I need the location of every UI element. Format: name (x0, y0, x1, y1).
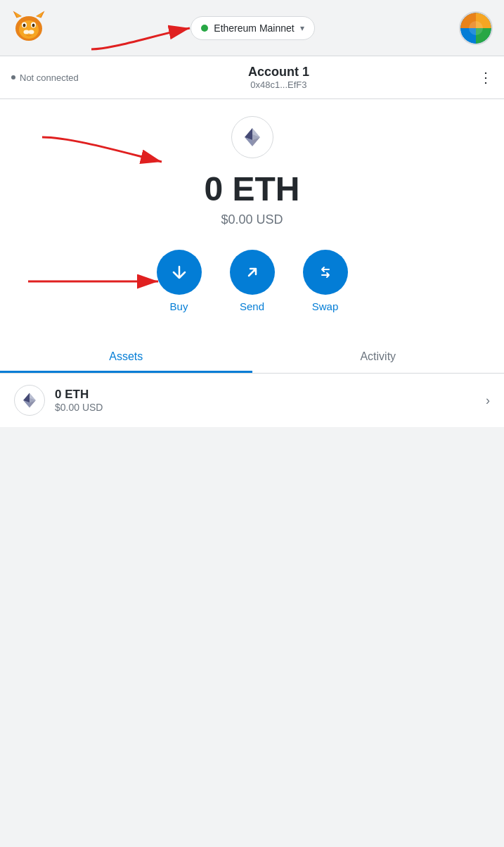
svg-point-14 (469, 21, 483, 35)
eth-balance: 0 ETH (204, 170, 299, 208)
asset-chevron-icon: › (486, 393, 490, 408)
swap-button[interactable] (303, 250, 348, 295)
send-label: Send (240, 300, 264, 312)
send-button[interactable] (230, 250, 275, 295)
tab-assets[interactable]: Assets (0, 340, 252, 373)
not-connected-status: Not connected (11, 72, 79, 83)
asset-eth-icon (14, 385, 45, 416)
buy-label: Buy (170, 300, 188, 312)
asset-list: 0 ETH $0.00 USD › (0, 374, 504, 428)
main-content: 0 ETH $0.00 USD Buy Send (0, 99, 504, 428)
not-connected-dot (11, 75, 15, 79)
network-name-label: Ethereum Mainnet (214, 23, 294, 34)
buy-button-wrap[interactable]: Buy (157, 250, 202, 312)
account-address: 0x48c1...EfF3 (248, 79, 309, 90)
svg-point-11 (24, 30, 30, 34)
asset-item-eth[interactable]: 0 ETH $0.00 USD › (0, 374, 504, 428)
buy-button[interactable] (157, 250, 202, 295)
asset-eth-usd: $0.00 USD (55, 402, 486, 413)
header: Ethereum Mainnet ▾ (0, 0, 504, 56)
account-bar: Not connected Account 1 0x48c1...EfF3 ⋮ (0, 56, 504, 99)
swap-label: Swap (312, 300, 339, 312)
tabs: Assets Activity (0, 340, 504, 374)
more-options-button[interactable]: ⋮ (479, 69, 493, 86)
svg-point-8 (23, 23, 26, 27)
account-avatar[interactable] (459, 11, 493, 45)
action-buttons: Buy Send Swap (157, 250, 348, 312)
usd-balance: $0.00 USD (221, 212, 283, 227)
account-name: Account 1 (248, 65, 309, 79)
chevron-down-icon: ▾ (300, 23, 304, 33)
not-connected-label: Not connected (20, 72, 79, 83)
asset-eth-amount: 0 ETH (55, 388, 486, 402)
tab-activity[interactable]: Activity (252, 340, 505, 373)
svg-point-12 (29, 30, 34, 34)
send-button-wrap[interactable]: Send (230, 250, 275, 312)
asset-eth-details: 0 ETH $0.00 USD (55, 388, 486, 413)
network-selector[interactable]: Ethereum Mainnet ▾ (190, 16, 314, 40)
swap-button-wrap[interactable]: Swap (303, 250, 348, 312)
network-status-dot (201, 25, 208, 32)
fox-logo (11, 9, 46, 47)
svg-point-9 (32, 23, 35, 27)
eth-logo-circle (231, 116, 273, 158)
account-info: Account 1 0x48c1...EfF3 (248, 65, 309, 90)
